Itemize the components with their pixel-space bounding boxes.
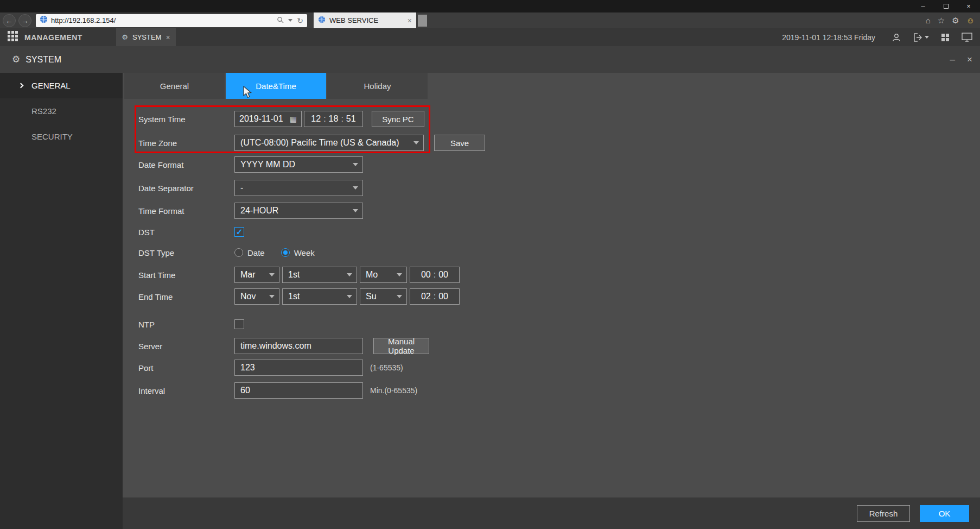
date-separator-select[interactable]: - <box>234 180 363 196</box>
manual-update-button[interactable]: Manual Update <box>373 338 429 354</box>
server-row: Server Manual Update <box>138 338 980 354</box>
system-date-input[interactable]: 2019-11-01 ▦ <box>234 111 302 127</box>
system-app-tab[interactable]: ⚙ SYSTEM × <box>116 28 176 46</box>
new-tab-button[interactable] <box>418 15 427 27</box>
footer-bar: Refresh OK <box>123 497 980 529</box>
dropdown-arrow-icon <box>269 295 275 298</box>
date-format-select[interactable]: YYYY MM DD <box>234 156 363 173</box>
panel-gear-icon: ⚙ <box>12 54 20 65</box>
home-icon[interactable]: ⌂ <box>926 16 931 25</box>
forward-button[interactable]: → <box>18 14 31 27</box>
sidebar-item-rs232[interactable]: RS232 <box>0 98 123 124</box>
panel-close-icon[interactable]: × <box>967 54 972 65</box>
colon-separator: : <box>434 292 436 301</box>
end-time-input[interactable]: 02 : 00 <box>410 288 460 305</box>
tab-title: WEB SERVICE <box>329 16 378 24</box>
feedback-smiley-icon[interactable]: ☺ <box>966 16 975 25</box>
radio-date[interactable] <box>234 248 243 257</box>
user-account-icon[interactable] <box>892 33 901 42</box>
minute-value: 18 <box>329 114 339 124</box>
dropdown-arrow-icon <box>353 186 358 190</box>
sidebar-item-label: SECURITY <box>31 132 73 141</box>
time-zone-row: Time Zone (UTC-08:00) Pacific Time (US &… <box>138 135 980 151</box>
colon-separator: : <box>323 114 326 124</box>
end-week-select[interactable]: 1st <box>282 288 357 305</box>
date-format-row: Date Format YYYY MM DD <box>138 156 980 173</box>
dst-row: DST ✓ <box>138 224 980 240</box>
back-icon: ← <box>5 16 13 25</box>
back-button[interactable]: ← <box>3 14 16 27</box>
sidebar: GENERAL RS232 SECURITY <box>0 73 123 529</box>
time-zone-value: (UTC-08:00) Pacific Time (US & Canada) <box>240 138 399 148</box>
start-week-select[interactable]: 1st <box>282 267 357 283</box>
app-top-bar: MANAGEMENT ⚙ SYSTEM × 2019-11-01 12:18:5… <box>0 28 980 46</box>
ntp-checkbox[interactable] <box>234 319 244 329</box>
port-input[interactable] <box>234 360 363 376</box>
panel-header: ⚙ SYSTEM – × <box>0 46 980 73</box>
save-button[interactable]: Save <box>434 135 485 151</box>
page-title: SYSTEM <box>26 55 61 65</box>
interval-input[interactable] <box>234 382 363 399</box>
start-time-input[interactable]: 00 : 00 <box>410 267 460 283</box>
dropdown-arrow-icon <box>347 295 352 298</box>
management-menu[interactable]: MANAGEMENT <box>24 33 82 42</box>
port-label: Port <box>138 363 234 373</box>
tab-general[interactable]: General <box>124 73 225 99</box>
display-monitor-icon[interactable] <box>962 33 972 42</box>
dropdown-arrow-icon <box>397 273 402 276</box>
logout-icon[interactable] <box>913 33 929 42</box>
browser-addressbar: ← → http://192.168.2.154/ ↻ WEB SERVICE … <box>0 12 980 28</box>
refresh-button[interactable]: Refresh <box>857 505 910 522</box>
window-minimize-button[interactable]: – <box>912 0 934 12</box>
time-format-select[interactable]: 24-HOUR <box>234 203 363 219</box>
dropdown-arrow-icon <box>353 163 358 166</box>
search-icon[interactable] <box>277 16 284 25</box>
system-time-input[interactable]: 12 : 18 : 51 <box>304 111 363 127</box>
system-tab-close-icon[interactable]: × <box>166 33 170 42</box>
dst-type-week-option[interactable]: Week <box>281 248 315 257</box>
main-menu-grid-icon[interactable] <box>8 31 18 43</box>
time-zone-select[interactable]: (UTC-08:00) Pacific Time (US & Canada) <box>234 135 424 151</box>
chevron-right-icon <box>18 83 24 89</box>
refresh-icon[interactable]: ↻ <box>297 16 303 25</box>
date-format-label: Date Format <box>138 160 234 169</box>
sync-pc-button[interactable]: Sync PC <box>372 111 424 127</box>
time-format-label: Time Format <box>138 206 234 216</box>
window-maximize-button[interactable] <box>934 0 957 12</box>
start-day-select[interactable]: Mo <box>360 267 407 283</box>
end-month-select[interactable]: Nov <box>234 288 279 305</box>
favorites-star-icon[interactable]: ☆ <box>938 16 945 26</box>
dst-type-date-option[interactable]: Date <box>234 248 265 257</box>
tab-holiday[interactable]: Holiday <box>327 73 428 99</box>
search-dropdown-icon[interactable] <box>288 19 292 22</box>
tab-date-time[interactable]: Date&Time <box>226 73 326 99</box>
ok-button[interactable]: OK <box>920 505 969 522</box>
time-zone-label: Time Zone <box>138 138 234 148</box>
screen: – × ← → http://192.168.2.154/ ↻ WEB SERV <box>0 0 980 529</box>
address-input[interactable]: http://192.168.2.154/ ↻ <box>36 14 307 27</box>
start-time-label: Start Time <box>138 270 234 280</box>
dst-type-row: DST Type Date Week <box>138 244 980 261</box>
tab-close-icon[interactable]: × <box>408 16 412 25</box>
dropdown-arrow-icon <box>347 273 352 276</box>
check-icon: ✓ <box>236 227 243 237</box>
sidebar-item-security[interactable]: SECURITY <box>0 124 123 149</box>
window-close-button[interactable]: × <box>957 0 980 12</box>
end-day-select[interactable]: Su <box>360 288 407 305</box>
calendar-icon[interactable]: ▦ <box>290 115 297 123</box>
dst-checkbox[interactable]: ✓ <box>234 227 244 237</box>
time-format-row: Time Format 24-HOUR <box>138 203 980 219</box>
site-favicon-globe-icon <box>40 15 48 26</box>
panel-minimize-icon[interactable]: – <box>950 54 955 65</box>
system-time-label: System Time <box>138 115 234 124</box>
tools-gear-icon[interactable]: ⚙ <box>952 16 959 26</box>
multi-screen-grid-icon[interactable] <box>941 33 950 42</box>
radio-week[interactable] <box>281 248 290 257</box>
sidebar-item-general[interactable]: GENERAL <box>0 73 123 98</box>
browser-titlebar: – × <box>0 0 980 12</box>
interval-row: Interval Min.(0-65535) <box>138 382 980 399</box>
server-input[interactable] <box>234 338 363 354</box>
start-month-select[interactable]: Mar <box>234 267 279 283</box>
browser-tab[interactable]: WEB SERVICE × <box>314 12 416 28</box>
end-time-row: End Time Nov 1st Su 02 : <box>138 288 980 305</box>
